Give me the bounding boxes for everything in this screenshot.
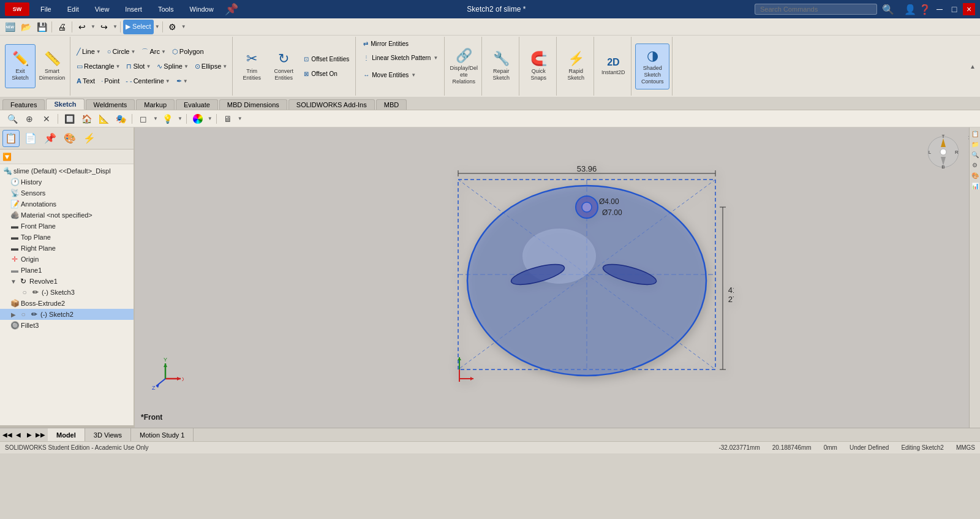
tree-item-sketch2[interactable]: ▶ ○ ✏ (-) Sketch2 bbox=[0, 309, 134, 320]
select-button[interactable]: ▶ Select bbox=[123, 20, 154, 34]
tab-markup[interactable]: Markup bbox=[136, 99, 175, 110]
move-dropdown[interactable]: ▼ bbox=[411, 72, 416, 78]
task-pane-btn4[interactable]: ⚙ bbox=[972, 162, 978, 169]
centerline-button[interactable]: - - Centerline ▼ bbox=[123, 74, 172, 88]
tree-item-front-plane[interactable]: ▬ Front Plane bbox=[0, 221, 134, 232]
task-pane-btn6[interactable]: 📊 bbox=[971, 183, 979, 189]
circle-button[interactable]: ○ Circle ▼ bbox=[105, 45, 138, 58]
move-button[interactable]: ↔ Move Entities ▼ bbox=[360, 68, 420, 81]
view-monitor-dropdown[interactable]: ▼ bbox=[238, 116, 243, 121]
tree-item-right-plane[interactable]: ▬ Right Plane bbox=[0, 243, 134, 254]
centerline-dropdown[interactable]: ▼ bbox=[165, 78, 170, 84]
bottom-tab-model[interactable]: Model bbox=[48, 428, 85, 441]
shaded-sketch-button[interactable]: ◑ Shaded Sketch Contours bbox=[635, 44, 669, 89]
restore-button[interactable]: □ bbox=[948, 3, 960, 15]
redo-button[interactable]: ↪ bbox=[97, 20, 111, 34]
tree-item-annotations[interactable]: 📝 Annotations bbox=[0, 199, 134, 210]
trim-button[interactable]: ✂ Trim Entities bbox=[236, 44, 267, 88]
close-button[interactable]: × bbox=[963, 3, 975, 15]
view-home-btn[interactable]: 🏠 bbox=[79, 112, 94, 126]
undo-dropdown[interactable]: ▼ bbox=[91, 24, 96, 29]
tree-item-history[interactable]: 🕐 History bbox=[0, 176, 134, 188]
text-button[interactable]: A Text bbox=[74, 74, 97, 88]
ribbon-collapse[interactable]: ▲ bbox=[968, 37, 978, 96]
line-button[interactable]: ╱ Line ▼ bbox=[74, 45, 104, 58]
instant2d-button[interactable]: 2D Instant2D bbox=[598, 44, 628, 88]
sketch2-expand[interactable]: ▶ bbox=[10, 311, 17, 318]
tab-weldments[interactable]: Weldments bbox=[86, 99, 135, 110]
tree-item-sensors[interactable]: 📡 Sensors bbox=[0, 188, 134, 199]
view-appearance-dropdown[interactable]: ▼ bbox=[208, 116, 213, 121]
appearance-tab-icon[interactable]: 🎨 bbox=[61, 130, 78, 147]
quick-snaps-button[interactable]: 🧲 Quick Snaps bbox=[523, 44, 554, 88]
tree-item-fillet3[interactable]: 🔘 Fillet3 bbox=[0, 320, 134, 331]
tab-mbd-dimensions[interactable]: MBD Dimensions bbox=[219, 99, 287, 110]
tab-features[interactable]: Features bbox=[2, 99, 45, 110]
tree-item-origin[interactable]: ✛ Origin bbox=[0, 254, 134, 265]
freehand-button[interactable]: ✒ ▼ bbox=[174, 74, 190, 88]
tab-sketch[interactable]: Sketch bbox=[46, 99, 84, 110]
task-pane-btn3[interactable]: 🔍 bbox=[971, 151, 979, 158]
exit-sketch-button[interactable]: ✏️ Exit Sketch bbox=[5, 44, 36, 88]
compass-widget[interactable]: T R B L bbox=[925, 134, 962, 170]
freehand-dropdown[interactable]: ▼ bbox=[183, 78, 188, 84]
save-button[interactable]: 💾 bbox=[34, 20, 49, 34]
menu-window[interactable]: Window bbox=[185, 4, 219, 14]
print-button[interactable]: 🖨 bbox=[55, 20, 69, 34]
rect-button[interactable]: ▭ Rectangle ▼ bbox=[74, 59, 123, 73]
search-input[interactable] bbox=[755, 4, 877, 15]
smart-dimension-button[interactable]: 📏 Smart Dimension bbox=[37, 44, 67, 88]
settings-dropdown[interactable]: ▼ bbox=[181, 24, 186, 29]
minimize-button[interactable]: ─ bbox=[933, 3, 946, 15]
display-delete-button[interactable]: 🔗 Display/Delete Relations bbox=[448, 44, 479, 88]
convert-button[interactable]: ↻ Convert Entities bbox=[268, 44, 299, 88]
spline-dropdown[interactable]: ▼ bbox=[184, 64, 189, 69]
arc-dropdown[interactable]: ▼ bbox=[161, 49, 166, 55]
menu-insert[interactable]: Insert bbox=[120, 4, 147, 14]
nav-first[interactable]: ◀◀ bbox=[2, 430, 12, 440]
tree-item-plane1[interactable]: ▬ Plane1 bbox=[0, 265, 134, 276]
canvas[interactable]: 53.96 41 27 Ø4.00 Ø7.00 *Front bbox=[135, 127, 980, 428]
linear-pattern-dropdown[interactable]: ▼ bbox=[433, 55, 438, 61]
config-tab-icon[interactable]: 📌 bbox=[42, 130, 59, 147]
task-pane-btn1[interactable]: 📋 bbox=[971, 130, 978, 137]
slot-dropdown[interactable]: ▼ bbox=[146, 64, 151, 69]
task-pane-btn5[interactable]: 🎨 bbox=[971, 172, 979, 179]
bottom-tab-3dviews[interactable]: 3D Views bbox=[85, 428, 131, 441]
spline-button[interactable]: ∿ Spline ▼ bbox=[154, 59, 191, 73]
circle-dropdown[interactable]: ▼ bbox=[131, 49, 136, 55]
tree-item-slime[interactable]: 🔩 slime (Default) <<Default>_Displ bbox=[0, 165, 134, 176]
view-light-btn[interactable]: 💡 bbox=[160, 112, 175, 126]
tab-mbd[interactable]: MBD bbox=[376, 99, 407, 110]
user-icon[interactable]: 👤 bbox=[904, 4, 916, 15]
view-appearance-btn[interactable] bbox=[190, 112, 205, 126]
view-display-btn[interactable]: ◻ bbox=[136, 112, 151, 126]
view-box-btn[interactable]: 🔲 bbox=[62, 112, 77, 126]
view-light-dropdown[interactable]: ▼ bbox=[178, 116, 183, 121]
view-zoom-btn[interactable]: 🔍 bbox=[5, 112, 20, 126]
offset-button[interactable]: ⊡ Offset Entities bbox=[300, 52, 353, 66]
tab-evaluate[interactable]: Evaluate bbox=[176, 99, 218, 110]
ellipse-button[interactable]: ⊙ Ellipse ▼ bbox=[192, 59, 230, 73]
open-button[interactable]: 📂 bbox=[18, 20, 33, 34]
new-button[interactable]: 🆕 bbox=[2, 20, 17, 34]
rapid-sketch-button[interactable]: ⚡ Rapid Sketch bbox=[560, 44, 591, 88]
tab-solidworks-addins[interactable]: SOLIDWORKS Add-Ins bbox=[288, 99, 375, 110]
offset-on-button[interactable]: ⊠ Offset On bbox=[300, 67, 353, 80]
view-section-btn[interactable]: 🎭 bbox=[113, 112, 128, 126]
point-button[interactable]: · Point bbox=[99, 74, 122, 88]
custom-prop-icon[interactable]: ⚡ bbox=[81, 130, 98, 147]
tree-item-material[interactable]: 🪨 Material <not specified> bbox=[0, 210, 134, 221]
revolve1-expand[interactable]: ▼ bbox=[10, 278, 17, 285]
slot-button[interactable]: ⊓ Slot ▼ bbox=[124, 59, 153, 73]
pin-icon[interactable]: 📌 bbox=[225, 2, 238, 16]
select-dropdown[interactable]: ▼ bbox=[155, 24, 160, 29]
tree-item-revolve1[interactable]: ▼ ↻ Revolve1 bbox=[0, 276, 134, 287]
nav-last[interactable]: ▶▶ bbox=[36, 430, 45, 440]
nav-next[interactable]: ▶ bbox=[24, 430, 34, 440]
tree-item-boss-extrude2[interactable]: 📦 Boss-Extrude2 bbox=[0, 298, 134, 309]
view-target-btn[interactable]: ✕ bbox=[39, 112, 54, 126]
mirror-button[interactable]: ⇄ Mirror Entities bbox=[360, 37, 412, 50]
bottom-tab-motion[interactable]: Motion Study 1 bbox=[131, 428, 194, 441]
menu-file[interactable]: File bbox=[36, 4, 56, 14]
